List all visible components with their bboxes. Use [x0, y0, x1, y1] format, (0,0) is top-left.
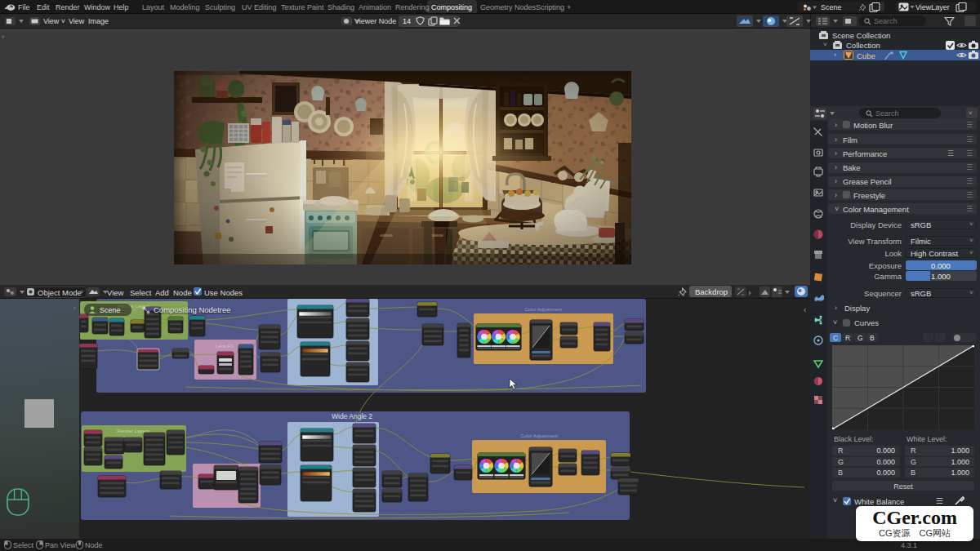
svg-text:Color Adjustment: Color Adjustment [520, 433, 558, 438]
svg-text:Wide Angle 2: Wide Angle 2 [332, 412, 372, 420]
svg-text:Lens FX: Lens FX [216, 344, 234, 349]
svg-text:Color Adjustment: Color Adjustment [524, 307, 562, 312]
